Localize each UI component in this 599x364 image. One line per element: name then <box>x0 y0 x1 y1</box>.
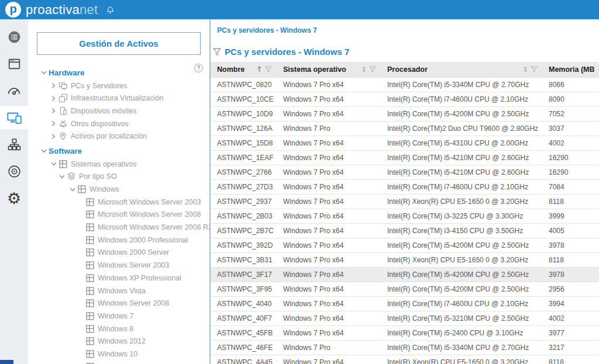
table-row[interactable]: ASTNWPC_15D8Windows 7 Pro x64Intel(R) Co… <box>211 136 599 150</box>
table-cell[interactable]: 8090 <box>542 92 599 106</box>
table-cell[interactable]: 16290 <box>542 150 599 165</box>
sort-ascending-icon[interactable]: ↑ <box>256 65 263 74</box>
sidebar-item-menu[interactable] <box>0 23 28 50</box>
tree-item[interactable]: Windows 2000 Professional <box>28 234 209 247</box>
table-row[interactable]: ASTNWPC_2766Windows 7 Pro x64Intel(R) Co… <box>211 165 599 179</box>
table-row[interactable]: ASTNWPC_4040Windows 7 Pro x64Intel(R) Co… <box>211 296 599 311</box>
table-cell[interactable]: Intel(R) Core(TM) i3-3225 CPU @ 3.30GHz <box>381 209 542 223</box>
table-cell[interactable]: 16290 <box>542 165 599 179</box>
tree-item[interactable]: Sistemas operativos <box>28 158 209 171</box>
table-cell[interactable]: ASTNWPC_15D8 <box>211 136 277 150</box>
table-cell[interactable]: 3994 <box>542 296 599 311</box>
notifications-bell-icon[interactable] <box>106 5 115 15</box>
filter-funnel-icon[interactable] <box>265 66 272 72</box>
table-cell[interactable]: ASTNWPC_0820 <box>211 77 277 92</box>
sidebar-item-sitemap[interactable] <box>0 131 28 158</box>
sidebar-item-disc[interactable] <box>0 158 28 185</box>
tree-item[interactable]: Windows 10 <box>28 348 209 360</box>
table-cell[interactable]: ASTNWPC_45FB <box>211 325 277 340</box>
tree-item[interactable]: Windows <box>28 183 209 196</box>
table-cell[interactable]: ASTNWPC_3F95 <box>211 282 277 296</box>
table-cell[interactable]: Intel(R) Xeon(R) CPU E5-1650 0 @ 3.20GHz <box>381 194 542 209</box>
column-header[interactable]: Nombre↑ <box>211 62 277 77</box>
chevron-right-icon[interactable] <box>51 108 58 113</box>
table-cell[interactable]: 4005 <box>542 223 599 238</box>
table-cell[interactable]: Windows 7 Pro x64 <box>277 311 381 325</box>
table-cell[interactable]: Intel(R) Core(TM) i5-4210M CPU @ 2.60GHz <box>381 165 542 179</box>
tree-section[interactable]: Software <box>28 145 209 158</box>
table-cell[interactable]: Windows 7 Pro x64 <box>277 296 381 311</box>
column-header[interactable]: Sistema operativo↕ <box>277 62 381 77</box>
table-cell[interactable]: 2956 <box>542 282 599 296</box>
table-cell[interactable]: 3977 <box>542 325 599 340</box>
chevron-down-icon[interactable] <box>51 161 58 167</box>
table-cell[interactable]: 7052 <box>542 106 599 121</box>
table-cell[interactable]: 7084 <box>542 179 599 194</box>
table-cell[interactable]: ASTNWPC_2B03 <box>211 209 277 223</box>
table-cell[interactable]: 3217 <box>542 340 599 355</box>
tree-item[interactable]: Windows 2000 Server <box>28 247 209 259</box>
table-row[interactable]: ASTNWPC_3B31Windows 7 Pro x64Intel(R) Xe… <box>211 252 599 267</box>
table-row[interactable]: ASTNWPC_3F17Windows 7 Pro x64Intel(R) Co… <box>211 267 599 282</box>
sort-icon[interactable]: ↕ <box>361 65 367 74</box>
table-cell[interactable]: ASTNWPC_10CE <box>211 92 277 106</box>
table-cell[interactable]: Windows 7 Pro x64 <box>277 252 381 267</box>
table-cell[interactable]: 3037 <box>542 121 599 136</box>
sort-icon[interactable]: ↕ <box>522 65 528 74</box>
gestion-de-activos-button[interactable]: Gestión de Activos <box>37 32 201 55</box>
chevron-right-icon[interactable] <box>51 96 58 101</box>
table-cell[interactable]: 8066 <box>542 77 599 92</box>
table-cell[interactable]: Windows 7 Pro x64 <box>277 355 381 364</box>
table-cell[interactable]: Intel(R) Core(TM) i5-4210M CPU @ 2.60GHz <box>381 150 542 165</box>
table-cell[interactable]: ASTNWPC_3B31 <box>211 252 277 267</box>
table-cell[interactable]: Windows 7 Pro x64 <box>277 150 381 165</box>
table-cell[interactable]: ASTNWPC_27D3 <box>211 179 277 194</box>
table-cell[interactable]: Intel(R) Core(TM) i5-4200M CPU @ 2.50GHz <box>381 106 542 121</box>
table-row[interactable]: ASTNWPC_10CEWindows 7 Pro x64Intel(R) Co… <box>211 92 599 106</box>
sidebar-item-dashboard[interactable] <box>0 77 28 104</box>
table-cell[interactable]: Intel(R) Core(TM) i5-4200M CPU @ 2.50GHz <box>381 238 542 252</box>
table-row[interactable]: ASTNWPC_4A45Windows 7 Pro x64Intel(R) Xe… <box>211 355 599 364</box>
table-row[interactable]: ASTNWPC_2B03Windows 7 Pro x64Intel(R) Co… <box>211 209 599 223</box>
table-cell[interactable]: ASTNWPC_392D <box>211 238 277 252</box>
tree-item[interactable]: Microsoft Windows Server 2003 <box>28 196 209 209</box>
table-cell[interactable]: Intel(R) Core(TM) i5-3210M CPU @ 2.50GHz <box>381 311 542 325</box>
table-row[interactable]: ASTNWPC_0820Windows 7 Pro x64Intel(R) Co… <box>211 77 599 92</box>
table-cell[interactable]: Intel(R) Core(TM) i5-3340M CPU @ 2.70GHz <box>381 77 542 92</box>
table-cell[interactable]: 8118 <box>542 194 599 209</box>
table-cell[interactable]: Intel(R) Core(TM) i5-4200M CPU @ 2.50GHz <box>381 267 542 282</box>
table-cell[interactable]: ASTNWPC_2766 <box>211 165 277 179</box>
table-cell[interactable]: Intel(R) Core(TM) i7-4600U CPU @ 2.10GHz <box>381 296 542 311</box>
chevron-down-icon[interactable] <box>41 70 49 75</box>
table-cell[interactable]: Windows 7 Pro x64 <box>277 325 381 340</box>
table-row[interactable]: ASTNWPC_3F95Windows 7 Pro x64Intel(R) Co… <box>211 282 599 296</box>
tree-item[interactable]: Windows Server 2008 <box>28 297 209 310</box>
table-cell[interactable]: Windows 7 Pro x64 <box>277 238 381 252</box>
table-cell[interactable]: Windows 7 Pro x64 <box>277 223 381 238</box>
breadcrumb[interactable]: PCs y servidores - Windows 7 <box>217 26 599 34</box>
tree-item[interactable]: Windows Vista <box>28 285 209 297</box>
table-cell[interactable]: 3999 <box>542 209 599 223</box>
table-row[interactable]: ASTNWPC_45FBWindows 7 Pro x64Intel(R) Co… <box>211 325 599 340</box>
sidebar-item-window[interactable] <box>0 50 28 77</box>
table-row[interactable]: ASTNWPC_2937Windows 7 Pro x64Intel(R) Xe… <box>211 194 599 209</box>
tree-item[interactable] <box>28 360 209 364</box>
table-cell[interactable]: Windows 7 Pro <box>277 121 381 136</box>
table-cell[interactable]: ASTNWPC_4040 <box>211 296 277 311</box>
tree-item[interactable]: Por tipo SO <box>28 171 209 183</box>
table-cell[interactable]: ASTNWPC_1EAF <box>211 150 277 165</box>
table-cell[interactable]: ASTNWPC_10D9 <box>211 106 277 121</box>
table-cell[interactable]: Windows 7 Pro x64 <box>277 179 381 194</box>
table-row[interactable]: ASTNWPC_126AWindows 7 ProIntel(R) Core(T… <box>211 121 599 136</box>
table-row[interactable]: ASTNWPC_1EAFWindows 7 Pro x64Intel(R) Co… <box>211 150 599 165</box>
table-row[interactable]: ASTNWPC_46FEWindows 7 ProIntel(R) Core(T… <box>211 340 599 355</box>
table-cell[interactable]: 8118 <box>542 355 599 364</box>
chevron-right-icon[interactable] <box>51 83 58 88</box>
table-row[interactable]: ASTNWPC_40F7Windows 7 Pro x64Intel(R) Co… <box>211 311 599 325</box>
column-header[interactable]: Memoria (MB) <box>542 62 599 77</box>
chevron-down-icon[interactable] <box>59 174 67 179</box>
table-cell[interactable]: ASTNWPC_46FE <box>211 340 277 355</box>
tree-item[interactable]: Windows 8 <box>28 323 209 335</box>
tree-item[interactable]: Windows 2012 <box>28 335 209 348</box>
table-cell[interactable]: Windows 7 Pro x64 <box>277 282 381 296</box>
